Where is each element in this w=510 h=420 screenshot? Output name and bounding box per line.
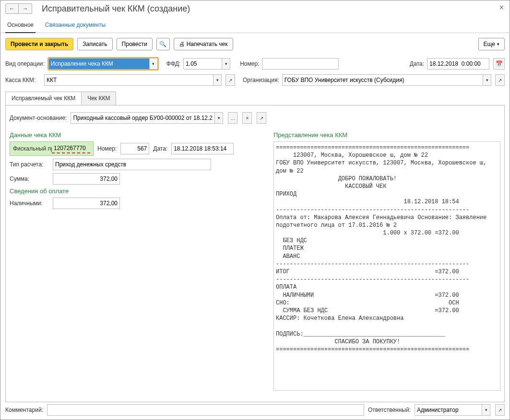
- number-label: Номер:: [240, 60, 259, 67]
- responsible-label: Ответственный:: [368, 407, 411, 413]
- post-and-close-button[interactable]: Провести и закрыть: [5, 38, 73, 50]
- org-open-button[interactable]: ↗: [495, 74, 505, 86]
- section-check-data: Данные чека ККМ: [10, 131, 269, 139]
- fiscal-label: Фискальный признак:: [13, 145, 49, 152]
- printer-icon: 🖨: [179, 41, 185, 47]
- date-label: Дата:: [410, 60, 424, 67]
- search-icon: 🔍: [159, 41, 166, 47]
- number-input[interactable]: [262, 58, 339, 70]
- basis-select-button[interactable]: …: [228, 112, 237, 124]
- post-button[interactable]: Провести: [117, 38, 153, 50]
- save-button[interactable]: Записать: [77, 38, 112, 50]
- basis-input[interactable]: [71, 112, 214, 124]
- page-title: Исправительный чек ККМ (создание): [42, 4, 505, 14]
- section-payment-info: Сведения об оплате: [10, 187, 269, 195]
- responsible-dropdown[interactable]: ▾: [482, 404, 490, 416]
- op-type-label: Вид операции:: [5, 60, 45, 67]
- sum-input[interactable]: [53, 173, 120, 185]
- op-type-dropdown[interactable]: ▾: [149, 58, 158, 70]
- close-icon[interactable]: ×: [499, 3, 504, 12]
- check-date-input[interactable]: [171, 143, 234, 154]
- print-label: Напечатать чек: [187, 41, 228, 47]
- basis-open-button[interactable]: ↗: [257, 112, 266, 124]
- comment-label: Комментарий:: [5, 407, 43, 413]
- check-number-label: Номер:: [97, 145, 117, 152]
- nav-forward-button[interactable]: →: [19, 3, 32, 14]
- sum-label: Сумма:: [10, 175, 49, 182]
- kassa-input[interactable]: [44, 74, 213, 86]
- more-label: Еще: [484, 41, 495, 47]
- cash-label: Наличными:: [10, 200, 49, 207]
- receipt-text: ========================================…: [276, 144, 498, 353]
- receipt-preview[interactable]: ========================================…: [273, 141, 500, 391]
- basis-label: Документ-основание:: [10, 115, 67, 121]
- print-check-button[interactable]: 🖨 Напечатать чек: [174, 38, 233, 50]
- fiscal-input[interactable]: [52, 144, 90, 153]
- tab-check[interactable]: Чек ККМ: [82, 92, 116, 105]
- check-date-label: Дата:: [153, 145, 167, 152]
- tab-linked-docs[interactable]: Связанные документы: [43, 19, 107, 33]
- kassa-label: Касса ККМ:: [5, 77, 41, 83]
- date-input[interactable]: [427, 58, 489, 70]
- calendar-icon: 📅: [496, 60, 503, 67]
- ffd-input[interactable]: [183, 58, 222, 70]
- responsible-input[interactable]: [415, 404, 482, 416]
- ffd-label: ФФД:: [166, 60, 180, 67]
- cash-input[interactable]: [53, 198, 120, 209]
- kassa-dropdown[interactable]: ▾: [213, 74, 222, 86]
- comment-input[interactable]: [47, 404, 364, 416]
- nav-back-button[interactable]: ←: [5, 3, 19, 14]
- calendar-button[interactable]: 📅: [493, 58, 505, 70]
- org-dropdown[interactable]: ▾: [483, 74, 491, 86]
- org-label: Организация:: [243, 77, 279, 83]
- section-receipt-view: Представление чека ККМ: [273, 131, 500, 139]
- calc-type-label: Тип расчета:: [10, 161, 49, 168]
- calc-type-input[interactable]: [53, 159, 211, 170]
- basis-dropdown[interactable]: ▾: [214, 112, 223, 124]
- op-type-input[interactable]: [48, 58, 149, 70]
- basis-clear-button[interactable]: ×: [242, 112, 252, 124]
- search-button[interactable]: 🔍: [156, 38, 170, 50]
- chevron-down-icon: ▾: [497, 42, 499, 47]
- more-button[interactable]: Еще ▾: [478, 38, 505, 50]
- responsible-open-button[interactable]: ↗: [495, 404, 505, 416]
- org-input[interactable]: [282, 74, 483, 86]
- ffd-dropdown[interactable]: ▾: [222, 58, 230, 70]
- check-number-input[interactable]: [120, 143, 149, 154]
- tab-corrected-check[interactable]: Исправляемый чек ККМ: [5, 92, 82, 105]
- tab-main[interactable]: Основное: [5, 19, 36, 33]
- kassa-open-button[interactable]: ↗: [225, 74, 235, 86]
